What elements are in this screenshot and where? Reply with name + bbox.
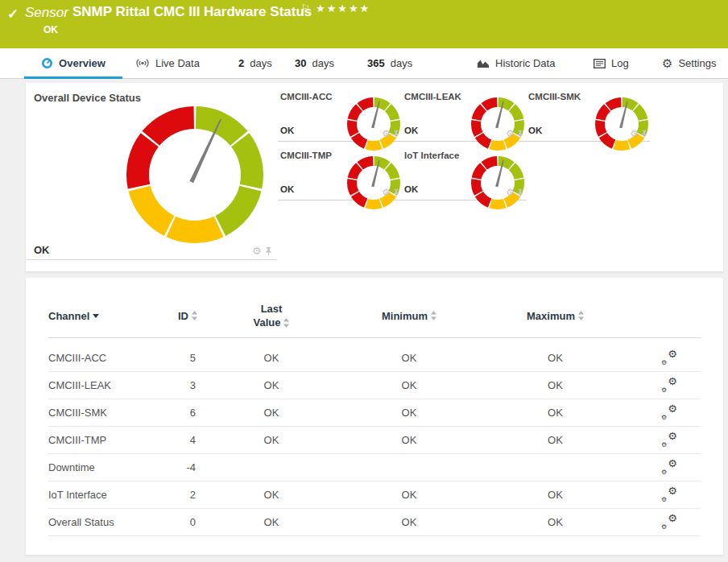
cell-minimum: OK bbox=[345, 489, 473, 501]
object-kind-label: Sensor bbox=[25, 5, 68, 21]
pin-icon[interactable] bbox=[641, 130, 647, 138]
tab-live-data[interactable]: Live Data bbox=[135, 48, 200, 78]
gear-icon: ⚙ bbox=[661, 360, 667, 366]
tab-bar: Overview Live Data 2 days 30 days 365 da… bbox=[0, 48, 728, 79]
tab-label: Overview bbox=[59, 57, 105, 69]
cell-id: 4 bbox=[145, 434, 197, 446]
cell-channel: CMCIII-ACC bbox=[48, 352, 145, 364]
gear-icon[interactable]: ⚙ bbox=[382, 188, 391, 197]
table-row: Overall Status 0 OK OK OK ⚙ ⚙ bbox=[48, 509, 701, 536]
tab-number: 365 bbox=[367, 57, 385, 69]
table-row: Downtime -4 ⚙ ⚙ bbox=[48, 454, 701, 481]
column-header-channel[interactable]: Channel bbox=[48, 310, 145, 322]
tab-label: days bbox=[312, 57, 333, 69]
cell-channel: CMCIII-SMK bbox=[48, 407, 145, 419]
channel-status-gauge bbox=[469, 96, 526, 152]
table-body: CMCIII-ACC 5 OK OK OK ⚙ ⚙ CMCIII-LEAK 3 … bbox=[26, 338, 723, 536]
overview-gauges-panel: Overall Device Status OK ⚙ CMCIII-ACC OK… bbox=[26, 83, 723, 271]
gauge-title: IoT Interface bbox=[404, 151, 459, 160]
cell-minimum: OK bbox=[345, 379, 473, 391]
cell-maximum: OK bbox=[473, 434, 638, 446]
tab-30-days[interactable]: 30 days bbox=[295, 48, 334, 78]
log-list-icon bbox=[594, 59, 606, 68]
gauge-title: CMCIII-ACC bbox=[280, 92, 333, 101]
tab-overview[interactable]: Overview bbox=[24, 48, 122, 78]
column-header-last-value[interactable]: Last Value bbox=[197, 302, 345, 329]
gauge-title: CMCIII-SMK bbox=[528, 92, 581, 101]
channel-settings-button[interactable]: ⚙ ⚙ bbox=[661, 406, 677, 419]
priority-stars[interactable]: ★★★★★ bbox=[316, 2, 370, 14]
sensor-title: SNMP Rittal CMC III Hardware Status bbox=[72, 4, 312, 20]
gear-icon[interactable]: ⚙ bbox=[252, 246, 262, 256]
tab-365-days[interactable]: 365 days bbox=[367, 48, 412, 78]
check-icon: ✓ bbox=[7, 6, 19, 23]
gear-icon: ⚙ bbox=[661, 442, 667, 448]
cell-minimum: OK bbox=[345, 352, 473, 364]
tab-number: 2 bbox=[238, 57, 244, 69]
channel-settings-button[interactable]: ⚙ ⚙ bbox=[661, 515, 677, 529]
gear-icon[interactable]: ⚙ bbox=[382, 129, 391, 138]
pin-icon[interactable] bbox=[517, 130, 523, 138]
gear-icon: ⚙ bbox=[668, 486, 677, 496]
tab-label: Settings bbox=[678, 57, 716, 69]
cell-last-value: OK bbox=[197, 516, 345, 528]
channel-settings-button[interactable]: ⚙ ⚙ bbox=[661, 461, 677, 474]
sort-both-icon bbox=[283, 318, 289, 328]
cell-last-value: OK bbox=[197, 407, 345, 419]
tab-settings[interactable]: ⚙ Settings bbox=[662, 48, 716, 78]
pin-icon[interactable] bbox=[393, 130, 399, 138]
gauge-status-text: OK bbox=[280, 126, 294, 135]
sort-both-icon bbox=[578, 311, 584, 320]
flag-icon[interactable]: ⚐ bbox=[301, 2, 310, 14]
tab-label: days bbox=[391, 57, 412, 69]
tab-historic-data[interactable]: Historic Data bbox=[477, 48, 555, 78]
sort-both-icon bbox=[192, 311, 197, 320]
cell-id: 0 bbox=[145, 516, 197, 528]
channel-gauge-cell: CMCIII-LEAK OK ⚙ bbox=[402, 83, 526, 142]
cell-id: 6 bbox=[145, 407, 197, 419]
pin-icon[interactable] bbox=[265, 246, 272, 256]
column-header-maximum[interactable]: Maximum bbox=[473, 310, 638, 322]
channel-status-gauge bbox=[594, 96, 650, 152]
gear-icon: ⚙ bbox=[661, 387, 667, 394]
cell-id: 2 bbox=[145, 489, 197, 501]
tab-2-days[interactable]: 2 days bbox=[238, 48, 272, 78]
gear-icon: ⚙ bbox=[668, 349, 677, 359]
channel-settings-button[interactable]: ⚙ ⚙ bbox=[661, 488, 677, 502]
gear-icon: ⚙ bbox=[668, 431, 677, 441]
table-row: CMCIII-ACC 5 OK OK OK ⚙ ⚙ bbox=[48, 345, 701, 372]
column-header-id[interactable]: ID bbox=[145, 310, 197, 322]
pin-icon[interactable] bbox=[517, 188, 523, 197]
channel-settings-button[interactable]: ⚙ ⚙ bbox=[661, 351, 677, 365]
channel-settings-button[interactable]: ⚙ ⚙ bbox=[661, 433, 677, 447]
gauge-status-text: OK bbox=[404, 126, 418, 135]
gear-icon[interactable]: ⚙ bbox=[506, 188, 515, 197]
gear-icon: ⚙ bbox=[668, 458, 677, 469]
cell-last-value: OK bbox=[197, 379, 345, 391]
gear-icon[interactable]: ⚙ bbox=[506, 129, 515, 138]
pin-icon[interactable] bbox=[393, 188, 399, 197]
cell-last-value: OK bbox=[197, 352, 345, 364]
cell-channel: CMCIII-TMP bbox=[48, 434, 145, 446]
gear-icon: ⚙ bbox=[661, 524, 667, 531]
gear-icon[interactable]: ⚙ bbox=[630, 129, 639, 138]
gear-icon: ⚙ bbox=[661, 415, 667, 421]
gear-icon: ⚙ bbox=[668, 513, 677, 523]
channel-gauge-grid: CMCIII-ACC OK ⚙ CMCIII-LEAK OK ⚙ bbox=[278, 83, 650, 200]
overall-device-status-cell: Overall Device Status OK ⚙ bbox=[26, 83, 278, 271]
cell-id: -4 bbox=[145, 461, 197, 473]
cell-maximum: OK bbox=[473, 352, 638, 364]
table-row: CMCIII-LEAK 3 OK OK OK ⚙ ⚙ bbox=[48, 372, 701, 399]
cell-last-value: OK bbox=[197, 434, 345, 446]
cell-minimum: OK bbox=[345, 434, 473, 446]
cell-id: 5 bbox=[145, 352, 197, 364]
channel-settings-button[interactable]: ⚙ ⚙ bbox=[661, 378, 677, 392]
channel-table-panel: Channel ID Last Value Minimum Maximum CM… bbox=[26, 278, 723, 555]
tab-label: days bbox=[250, 57, 271, 69]
sort-desc-icon bbox=[93, 314, 99, 318]
gear-icon: ⚙ bbox=[668, 376, 677, 386]
column-header-minimum[interactable]: Minimum bbox=[345, 310, 473, 322]
divider bbox=[27, 259, 277, 260]
tab-log[interactable]: Log bbox=[594, 48, 629, 78]
gear-icon: ⚙ bbox=[661, 497, 667, 503]
